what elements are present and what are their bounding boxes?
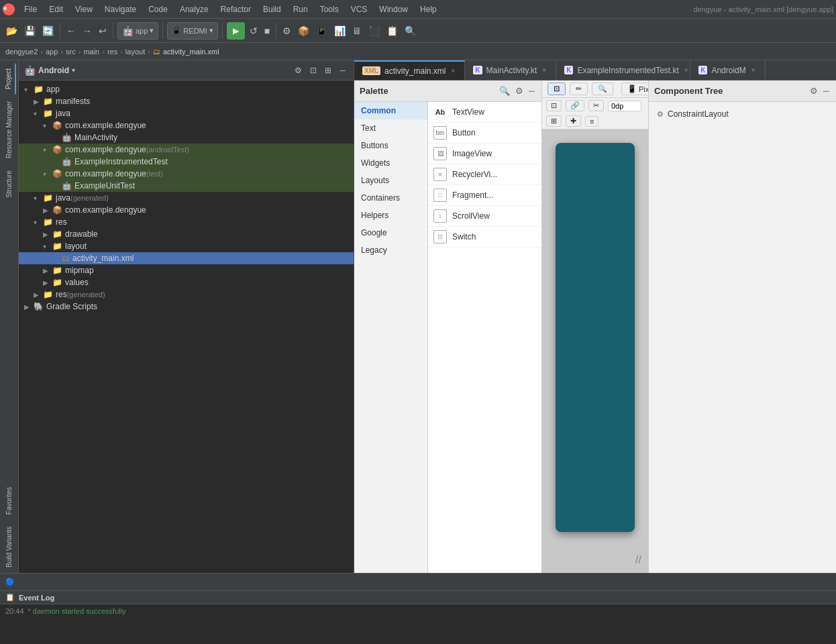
tree-gradle[interactable]: ▶ 🐘 Gradle Scripts <box>19 301 354 313</box>
project-view-dropdown[interactable]: ▾ <box>72 66 75 74</box>
menu-window[interactable]: Window <box>374 3 413 15</box>
palette-cat-layouts[interactable]: Layouts <box>354 172 427 189</box>
menu-vcs[interactable]: VCS <box>346 3 373 15</box>
tree-res[interactable]: ▾ 📁 res <box>19 216 354 228</box>
profiler-btn[interactable]: 📊 <box>332 22 348 40</box>
palette-cat-text[interactable]: Text <box>354 119 427 137</box>
terminal-btn[interactable]: ⬛ <box>366 22 382 40</box>
tab-close-example-instrumented[interactable]: × <box>683 66 690 74</box>
tab-close-androidm[interactable]: × <box>750 66 757 74</box>
breadcrumb-layout[interactable]: layout <box>125 48 145 56</box>
stop-btn[interactable]: ■ <box>262 22 272 40</box>
tree-res-generated[interactable]: ▶ 📁 res (generated) <box>19 288 354 301</box>
clear-constraints-btn[interactable]: ✂ <box>588 100 604 111</box>
palette-cat-containers[interactable]: Containers <box>354 189 427 207</box>
menu-code[interactable]: Code <box>143 3 173 15</box>
favorites-toggle[interactable]: Favorites <box>3 482 15 520</box>
palette-item-switch[interactable]: ⊡ Switch <box>428 227 541 248</box>
search-btn[interactable]: 🔍 <box>403 22 418 40</box>
comp-tree-constraint-layout[interactable]: ⚙ ConstraintLayout <box>654 107 831 121</box>
tree-layout[interactable]: ▾ 📁 layout <box>19 240 354 252</box>
app-selector[interactable]: 🤖 app ▾ <box>117 22 158 40</box>
palette-item-imageview[interactable]: 🖼 ImageView <box>428 144 541 164</box>
forward-btn[interactable]: → <box>81 22 94 40</box>
device-mgr-btn[interactable]: 🖥 <box>350 22 364 40</box>
run-btn[interactable]: ▶ <box>227 22 245 40</box>
menu-refactor[interactable]: Refactor <box>215 3 256 15</box>
palette-cat-buttons[interactable]: Buttons <box>354 137 427 154</box>
tree-package-test[interactable]: ▾ 📦 com.example.dengyue (test) <box>19 168 354 180</box>
tree-mainactivity[interactable]: 🤖 MainActivity <box>19 131 354 144</box>
menu-tools[interactable]: Tools <box>315 3 344 15</box>
breadcrumb-main[interactable]: main <box>83 48 99 56</box>
breadcrumb-src[interactable]: src <box>66 48 76 56</box>
tree-example-instrumented[interactable]: 🤖 ExampleInstrumentedTest <box>19 156 354 168</box>
tree-manifests[interactable]: ▶ 📁 manifests <box>19 95 354 107</box>
breadcrumb-res[interactable]: res <box>107 48 117 56</box>
breadcrumb-dengyue2[interactable]: dengyue2 <box>5 48 38 56</box>
add-constraint-btn[interactable]: ✚ <box>566 115 581 127</box>
back-btn[interactable]: ← <box>64 22 78 40</box>
menu-file[interactable]: File <box>19 3 42 15</box>
tree-example-unit[interactable]: 🤖 ExampleUnitTest <box>19 180 354 192</box>
menu-edit[interactable]: Edit <box>44 3 68 15</box>
resource-manager-toggle[interactable]: Resource Manager <box>3 96 15 164</box>
tree-package-generated[interactable]: ▶ 📦 com.example.dengyue <box>19 204 354 216</box>
menu-analyze[interactable]: Analyze <box>174 3 214 15</box>
breadcrumb-app[interactable]: app <box>46 48 58 56</box>
palette-cat-google[interactable]: Google <box>354 224 427 241</box>
palette-cat-helpers[interactable]: Helpers <box>354 207 427 224</box>
breadcrumb-file[interactable]: activity_main.xml <box>163 48 219 56</box>
constraint-mode-btn[interactable]: ⊡ <box>546 100 562 111</box>
tree-app[interactable]: ▾ 📁 app <box>19 83 354 95</box>
guidelines-btn[interactable]: ⊞ <box>546 115 562 127</box>
open-file-btn[interactable]: 📂 <box>4 22 19 40</box>
tree-activity-main-xml[interactable]: 🗂 activity_main.xml <box>19 252 354 264</box>
comp-tree-minimize-btn[interactable]: ─ <box>822 85 831 97</box>
project-panel-toggle[interactable]: Project <box>2 63 16 95</box>
reload-btn[interactable]: ↺ <box>248 22 260 40</box>
project-settings-btn[interactable]: ⚙ <box>292 64 305 76</box>
undo-btn[interactable]: ↩ <box>97 22 109 40</box>
tree-java-generated[interactable]: ▾ 📁 java (generated) <box>19 192 354 204</box>
tab-close-mainactivity[interactable]: × <box>541 66 547 74</box>
canvas-area[interactable] <box>542 129 648 573</box>
menu-view[interactable]: View <box>70 3 98 15</box>
palette-item-scrollview[interactable]: ↕ ScrollView <box>428 206 541 227</box>
blueprint-mode-btn[interactable]: ✏ <box>570 83 588 95</box>
tab-mainactivity-kt[interactable]: K MainActivity.kt × <box>465 60 556 80</box>
palette-item-recyclerview[interactable]: ≡ RecyclerVi... <box>428 164 541 185</box>
baseline-btn[interactable]: ≡ <box>585 116 598 127</box>
design-mode-btn[interactable]: ⊡ <box>547 83 566 95</box>
palette-search-btn[interactable]: 🔍 <box>498 85 511 97</box>
save-btn[interactable]: 💾 <box>22 22 38 40</box>
tree-drawable[interactable]: ▶ 📁 drawable <box>19 228 354 240</box>
auto-connect-btn[interactable]: 🔗 <box>566 100 584 111</box>
menu-navigate[interactable]: Navigate <box>99 3 142 15</box>
tree-package-main[interactable]: ▾ 📦 com.example.dengyue <box>19 119 354 131</box>
avd-btn[interactable]: 📱 <box>314 22 329 40</box>
pixel-selector[interactable]: 📱 Pixel ▾ <box>621 83 648 95</box>
logcat-btn[interactable]: 📋 <box>384 22 400 40</box>
sync-btn[interactable]: 🔄 <box>40 22 56 40</box>
tab-close-activity-main[interactable]: × <box>450 66 456 75</box>
project-gear-btn[interactable]: ⊞ <box>322 64 334 76</box>
project-scroll-btn[interactable]: ⊡ <box>307 64 319 76</box>
margin-input[interactable] <box>608 101 641 111</box>
palette-cat-widgets[interactable]: Widgets <box>354 154 427 172</box>
palette-item-fragment[interactable]: □ Fragment... <box>428 185 541 206</box>
project-minimize-btn[interactable]: ─ <box>337 64 348 76</box>
menu-help[interactable]: Help <box>415 3 442 15</box>
palette-cat-common[interactable]: Common <box>354 102 427 119</box>
palette-cat-legacy[interactable]: Legacy <box>354 241 427 259</box>
tab-example-instrumented[interactable]: K ExampleInstrumentedTest.kt × <box>556 60 690 80</box>
palette-settings-btn[interactable]: ⚙ <box>514 85 525 97</box>
build-variants-toggle[interactable]: Build Variants <box>3 521 15 573</box>
palette-item-textview[interactable]: Ab TextView <box>428 102 541 123</box>
gradle-btn[interactable]: ⚙ <box>280 22 293 40</box>
sdk-btn[interactable]: 📦 <box>296 22 311 40</box>
device-selector[interactable]: 📱 REDMI ▾ <box>167 22 217 40</box>
menu-build[interactable]: Build <box>258 3 286 15</box>
comp-tree-settings-btn[interactable]: ⚙ <box>808 85 819 97</box>
tree-values[interactable]: ▶ 📁 values <box>19 276 354 288</box>
